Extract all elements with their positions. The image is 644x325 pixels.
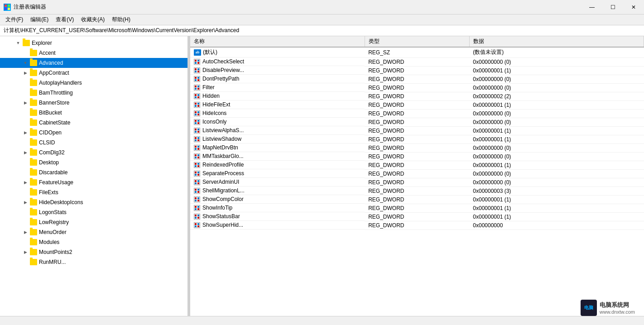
tree-item-Accent[interactable]: ▶Accent [0,48,187,58]
tree-item-Modules[interactable]: ▶Modules [0,237,187,247]
cell-type: REG_DWORD [365,212,469,221]
tree-item-Advanced[interactable]: ▼Advanced [0,58,187,68]
table-row[interactable]: ServerAdminUIREG_DWORD0x00000000 (0) [190,178,644,186]
tree-item-ComDlg32[interactable]: ▶ComDlg32 [0,148,187,158]
column-data[interactable]: 数据 [469,36,644,47]
watermark-site: www.dnxtw.com [600,309,635,315]
table-row[interactable]: ListviewAlphaS...REG_DWORD0x00000001 (1) [190,126,644,135]
tree-panel[interactable]: ▼Explorer▶Accent▼Advanced▶AppContract▶Au… [0,36,188,316]
cell-type: REG_DWORD [365,109,469,118]
table-row[interactable]: ReindexedProfileREG_DWORD0x00000001 (1) [190,161,644,169]
table-row[interactable]: ShellMigrationL...REG_DWORD0x00000003 (3… [190,186,644,195]
table-row[interactable]: ShowSuperHid...REG_DWORD0x00000000 [190,221,644,229]
table-row[interactable]: ab(默认)REG_SZ(数值未设置) [190,47,644,57]
tree-item-FeatureUsage[interactable]: ▶FeatureUsage [0,177,187,187]
menu-item-E[interactable]: 编辑(E) [27,15,52,24]
tree-item-FileExts[interactable]: ▶FileExts [0,187,187,197]
tree-item-BannerStore[interactable]: ▶BannerStore [0,98,187,108]
tree-item-AutoplayHandlers[interactable]: ▶AutoplayHandlers [0,78,187,88]
tree-item-CabinetState[interactable]: ▶CabinetState [0,118,187,128]
table-row[interactable]: DontPrettyPathREG_DWORD0x00000000 (0) [190,75,644,83]
table-row[interactable]: SeparateProcessREG_DWORD0x00000000 (0) [190,169,644,178]
table-row[interactable]: ShowCompColorREG_DWORD0x00000001 (1) [190,195,644,204]
registry-panel[interactable]: 名称 类型 数据 ab(默认)REG_SZ(数值未设置) AutoCheckSe… [190,36,644,316]
tree-item-label: AppContract [39,70,69,76]
table-row[interactable]: IconsOnlyREG_DWORD0x00000000 (0) [190,118,644,126]
menu-item-V[interactable]: 查看(V) [52,15,77,24]
tree-item-AppContract[interactable]: ▶AppContract [0,68,187,78]
table-row[interactable]: MMTaskbarGlo...REG_DWORD0x00000000 (0) [190,152,644,161]
tree-item-HideDesktopIcons[interactable]: ▶HideDesktopIcons [0,197,187,207]
tree-item-label: FeatureUsage [39,179,73,186]
folder-icon [30,110,37,116]
tree-item-BamThrottling[interactable]: ▶BamThrottling [0,88,187,98]
tree-item-label: FileExts [39,189,58,196]
expand-btn[interactable]: ▶ [22,149,29,156]
folder-icon [30,199,37,206]
folder-icon [30,249,37,255]
table-row[interactable]: HideFileExtREG_DWORD0x00000001 (1) [190,100,644,109]
tree-item-LowRegistry[interactable]: ▶LowRegistry [0,217,187,227]
menu-item-F[interactable]: 文件(F) [2,15,27,24]
tree-item-RunMRU[interactable]: ▶RunMRU... [0,257,187,267]
close-button[interactable]: ✕ [623,0,644,14]
cell-type: REG_DWORD [365,57,469,66]
cell-data: 0x00000003 (3) [469,186,644,195]
tree-item-BitBucket[interactable]: ▶BitBucket [0,108,187,118]
cell-name: DisablePreview... [190,66,365,75]
tree-item-MountPoints2[interactable]: ▶MountPoints2 [0,247,187,257]
expand-btn[interactable]: ▶ [22,69,29,76]
expand-btn[interactable]: ▶ [22,179,29,186]
expand-btn[interactable]: ▶ [22,199,29,206]
table-row[interactable]: DisablePreview...REG_DWORD0x00000001 (1) [190,66,644,75]
cell-data: 0x00000000 (0) [469,143,644,152]
table-row[interactable]: HiddenREG_DWORD0x00000002 (2) [190,92,644,100]
expand-btn[interactable]: ▶ [22,249,29,256]
tree-item-label: MenuOrder [39,229,67,235]
tree-item-Desktop[interactable]: ▶Desktop [0,158,187,167]
cell-data: 0x00000001 (1) [469,100,644,109]
folder-icon [30,100,37,106]
expand-btn[interactable]: ▶ [22,99,29,106]
cell-type: REG_DWORD [365,92,469,100]
tree-item-label: Advanced [39,60,63,66]
cell-name: AutoCheckSelect [190,57,365,66]
folder-icon [30,119,37,126]
minimize-button[interactable]: — [582,0,602,14]
menu-item-A[interactable]: 收藏夹(A) [77,15,108,24]
expand-btn[interactable]: ▶ [22,229,29,236]
cell-name: IconsOnly [190,118,365,126]
cell-type: REG_DWORD [365,221,469,229]
tree-item-CLSID[interactable]: ▶CLSID [0,138,187,148]
table-row[interactable]: FilterREG_DWORD0x00000000 (0) [190,83,644,92]
cell-type: REG_SZ [365,47,469,57]
expand-btn[interactable]: ▼ [22,59,29,67]
tree-item-label: BitBucket [39,110,62,116]
tree-item-Discardable[interactable]: ▶Discardable [0,167,187,177]
cell-type: REG_DWORD [365,143,469,152]
tree-item-label: CIDOpen [39,129,62,136]
table-row[interactable]: ShowStatusBarREG_DWORD0x00000001 (1) [190,212,644,221]
table-row[interactable]: AutoCheckSelectREG_DWORD0x00000000 (0) [190,57,644,66]
table-row[interactable]: ShowInfoTipREG_DWORD0x00000001 (1) [190,204,644,212]
column-name[interactable]: 名称 [190,36,365,47]
menu-item-H[interactable]: 帮助(H) [108,15,134,24]
cell-data: 0x00000001 (1) [469,204,644,212]
expand-btn[interactable]: ▼ [14,39,22,47]
tree-item-CIDOpen[interactable]: ▶CIDOpen [0,128,187,138]
table-row[interactable]: MapNetDrvBtnREG_DWORD0x00000000 (0) [190,143,644,152]
tree-item-Explorer[interactable]: ▼Explorer [0,38,187,48]
folder-icon [30,179,37,186]
tree-item-MenuOrder[interactable]: ▶MenuOrder [0,227,187,237]
watermark-logo: 电脑 [581,300,597,316]
folder-icon [30,169,37,176]
cell-data: 0x00000001 (1) [469,135,644,143]
cell-name: ab(默认) [190,48,365,57]
tree-item-LogonStats[interactable]: ▶LogonStats [0,207,187,217]
cell-type: REG_DWORD [365,204,469,212]
column-type[interactable]: 类型 [365,36,469,47]
expand-btn[interactable]: ▶ [22,129,29,136]
maximize-button[interactable]: ☐ [602,0,623,14]
table-row[interactable]: HideIconsREG_DWORD0x00000000 (0) [190,109,644,118]
table-row[interactable]: ListviewShadowREG_DWORD0x00000001 (1) [190,135,644,143]
